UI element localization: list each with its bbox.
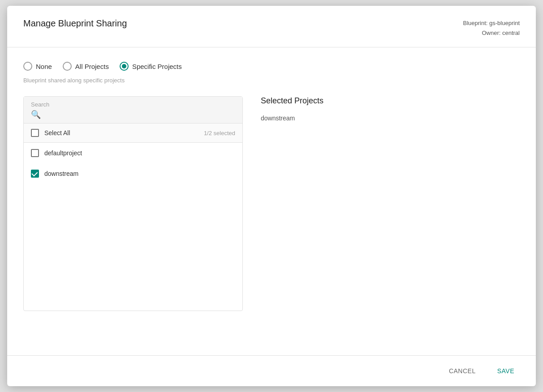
selected-projects-panel: Selected Projects downstream (261, 96, 520, 311)
checkbox-defaultproject[interactable] (31, 149, 39, 157)
select-all-label: Select All (44, 129, 70, 136)
project-list-panel: Search 🔍 Select All 1/2 selected (23, 96, 243, 311)
blueprint-meta: Blueprint: gs-blueprint (463, 18, 520, 28)
radio-specific-label: Specific Projects (132, 63, 182, 70)
project-list: defaultproject downstream (24, 143, 242, 311)
project-name-downstream: downstream (44, 170, 78, 177)
project-name-defaultproject: defaultproject (44, 149, 82, 157)
radio-all-circle (63, 62, 72, 71)
sharing-radio-group: None All Projects Specific Projects (23, 62, 520, 71)
project-item-defaultproject[interactable]: defaultproject (24, 143, 242, 163)
dialog-body: None All Projects Specific Projects Blue… (7, 47, 536, 355)
selected-count: 1/2 selected (204, 130, 235, 136)
selected-project-downstream: downstream (261, 113, 520, 124)
dialog-footer: CANCEL SAVE (7, 355, 536, 386)
radio-specific-circle (120, 62, 129, 71)
radio-specific-projects[interactable]: Specific Projects (120, 62, 182, 71)
dialog-header: Manage Blueprint Sharing Blueprint: gs-b… (7, 6, 536, 47)
search-icon: 🔍 (31, 110, 41, 119)
radio-none[interactable]: None (23, 62, 52, 71)
cancel-button[interactable]: CANCEL (444, 364, 481, 378)
owner-meta: Owner: central (463, 28, 520, 38)
select-all-left: Select All (31, 129, 70, 137)
radio-all-projects[interactable]: All Projects (63, 62, 109, 71)
dialog-meta: Blueprint: gs-blueprint Owner: central (463, 18, 520, 38)
search-label: Search (31, 101, 235, 108)
radio-none-circle (23, 62, 32, 71)
select-all-checkbox[interactable] (31, 129, 39, 137)
radio-none-label: None (36, 63, 52, 70)
selected-projects-title: Selected Projects (261, 96, 520, 106)
search-box: Search 🔍 (24, 97, 242, 124)
dialog-title: Manage Blueprint Sharing (23, 18, 127, 29)
radio-all-label: All Projects (75, 63, 109, 70)
manage-blueprint-dialog: Manage Blueprint Sharing Blueprint: gs-b… (7, 6, 536, 386)
checkbox-downstream[interactable] (31, 170, 39, 178)
sharing-subtitle: Blueprint shared along specific projects (23, 77, 520, 84)
project-item-downstream[interactable]: downstream (24, 163, 242, 184)
search-icon-row: 🔍 (31, 110, 235, 119)
save-button[interactable]: SAVE (492, 364, 520, 378)
select-all-row[interactable]: Select All 1/2 selected (24, 124, 242, 143)
content-area: Search 🔍 Select All 1/2 selected (23, 96, 520, 311)
